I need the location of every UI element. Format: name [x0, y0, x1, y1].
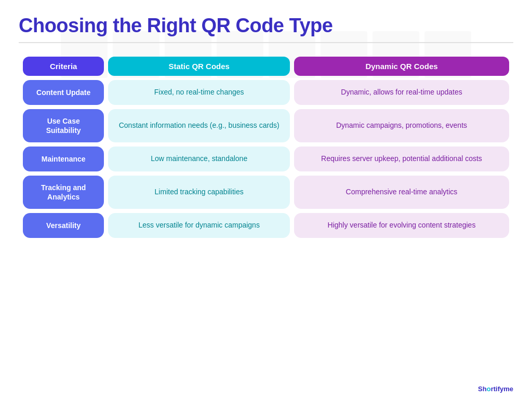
criteria-cell-3: Tracking and Analytics: [23, 176, 104, 209]
static-cell-2: Low maintenance, standalone: [108, 147, 290, 171]
page-title: Choosing the Right QR Code Type: [19, 15, 513, 37]
criteria-cell-4: Versatility: [23, 213, 104, 238]
dynamic-cell-4: Highly versatile for evolving content st…: [294, 213, 509, 238]
logo-text: Shortifyme: [478, 385, 513, 393]
criteria-cell-2: Maintenance: [23, 147, 104, 171]
header-dynamic: Dynamic QR Codes: [294, 57, 509, 76]
dynamic-cell-1: Dynamic campaigns, promotions, events: [294, 109, 509, 142]
table-row: Tracking and AnalyticsLimited tracking c…: [23, 176, 509, 209]
criteria-cell-0: Content Update: [23, 80, 104, 105]
header-static: Static QR Codes: [108, 57, 290, 76]
table-header-row: Criteria Static QR Codes Dynamic QR Code…: [23, 57, 509, 76]
dynamic-cell-2: Requires server upkeep, potential additi…: [294, 147, 509, 171]
table-row: Content UpdateFixed, no real-time change…: [23, 80, 509, 105]
dynamic-cell-0: Dynamic, allows for real-time updates: [294, 80, 509, 105]
table-row: Use Case SuitabilityConstant information…: [23, 109, 509, 142]
comparison-table: Criteria Static QR Codes Dynamic QR Code…: [19, 52, 513, 242]
header-criteria: Criteria: [23, 57, 104, 76]
static-cell-0: Fixed, no real-time changes: [108, 80, 290, 105]
criteria-cell-1: Use Case Suitability: [23, 109, 104, 142]
logo: Shortifyme: [478, 385, 513, 393]
table-row: MaintenanceLow maintenance, standaloneRe…: [23, 147, 509, 171]
page-wrapper: Choosing the Right QR Code Type Criteria…: [0, 0, 532, 399]
dynamic-cell-3: Comprehensive real-time analytics: [294, 176, 509, 209]
divider: [19, 42, 513, 43]
static-cell-1: Constant information needs (e.g., busine…: [108, 109, 290, 142]
main-content: Choosing the Right QR Code Type Criteria…: [19, 15, 513, 242]
table-row: VersatilityLess versatile for dynamic ca…: [23, 213, 509, 238]
static-cell-3: Limited tracking capabilities: [108, 176, 290, 209]
static-cell-4: Less versatile for dynamic campaigns: [108, 213, 290, 238]
